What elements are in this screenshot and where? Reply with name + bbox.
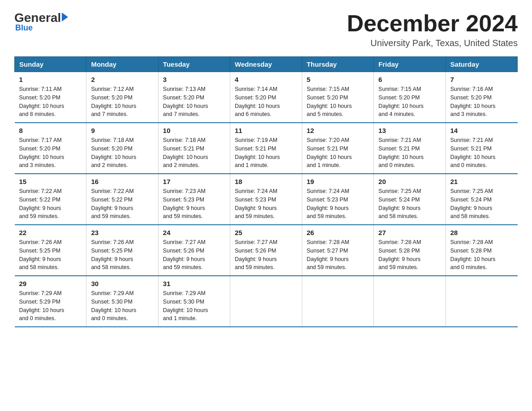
day-number: 29 <box>19 280 82 287</box>
day-info: Sunrise: 7:24 AM Sunset: 5:23 PM Dayligh… <box>307 187 369 221</box>
weekday-header-wednesday: Wednesday <box>230 57 302 72</box>
calendar-day-cell: 7Sunrise: 7:16 AM Sunset: 5:20 PM Daylig… <box>446 72 517 123</box>
calendar-day-cell: 30Sunrise: 7:29 AM Sunset: 5:30 PM Dayli… <box>86 276 158 327</box>
calendar-day-cell: 8Sunrise: 7:17 AM Sunset: 5:20 PM Daylig… <box>15 123 86 174</box>
day-info: Sunrise: 7:26 AM Sunset: 5:25 PM Dayligh… <box>91 238 153 272</box>
day-info: Sunrise: 7:11 AM Sunset: 5:20 PM Dayligh… <box>19 85 82 119</box>
day-number: 14 <box>450 127 513 134</box>
calendar-day-cell: 11Sunrise: 7:19 AM Sunset: 5:21 PM Dayli… <box>230 123 302 174</box>
day-info: Sunrise: 7:24 AM Sunset: 5:23 PM Dayligh… <box>235 187 297 221</box>
day-number: 11 <box>235 127 297 134</box>
day-number: 15 <box>19 178 82 185</box>
weekday-header-tuesday: Tuesday <box>158 57 230 72</box>
day-number: 30 <box>91 280 153 287</box>
day-number: 19 <box>307 178 369 185</box>
calendar-day-cell: 1Sunrise: 7:11 AM Sunset: 5:20 PM Daylig… <box>15 72 86 123</box>
day-number: 26 <box>307 229 369 236</box>
day-number: 3 <box>163 76 225 83</box>
calendar-day-cell: 25Sunrise: 7:27 AM Sunset: 5:26 PM Dayli… <box>230 225 302 276</box>
calendar-day-cell: 26Sunrise: 7:28 AM Sunset: 5:27 PM Dayli… <box>302 225 373 276</box>
day-number: 27 <box>378 229 441 236</box>
day-info: Sunrise: 7:18 AM Sunset: 5:20 PM Dayligh… <box>91 136 153 170</box>
calendar-day-cell: 23Sunrise: 7:26 AM Sunset: 5:25 PM Dayli… <box>86 225 158 276</box>
day-number: 18 <box>235 178 297 185</box>
day-number: 6 <box>378 76 441 83</box>
calendar-day-cell: 17Sunrise: 7:23 AM Sunset: 5:23 PM Dayli… <box>158 174 230 225</box>
calendar-day-cell: 15Sunrise: 7:22 AM Sunset: 5:22 PM Dayli… <box>15 174 86 225</box>
calendar-week-row: 8Sunrise: 7:17 AM Sunset: 5:20 PM Daylig… <box>15 123 518 174</box>
calendar-day-cell: 16Sunrise: 7:22 AM Sunset: 5:22 PM Dayli… <box>86 174 158 225</box>
day-info: Sunrise: 7:13 AM Sunset: 5:20 PM Dayligh… <box>163 85 225 119</box>
subtitle: University Park, Texas, United States <box>347 38 518 48</box>
day-info: Sunrise: 7:27 AM Sunset: 5:26 PM Dayligh… <box>235 238 297 272</box>
day-info: Sunrise: 7:28 AM Sunset: 5:27 PM Dayligh… <box>307 238 369 272</box>
day-number: 22 <box>19 229 82 236</box>
calendar-day-cell: 22Sunrise: 7:26 AM Sunset: 5:25 PM Dayli… <box>15 225 86 276</box>
calendar-day-cell: 14Sunrise: 7:21 AM Sunset: 5:21 PM Dayli… <box>446 123 517 174</box>
day-info: Sunrise: 7:21 AM Sunset: 5:21 PM Dayligh… <box>450 136 513 170</box>
day-info: Sunrise: 7:25 AM Sunset: 5:24 PM Dayligh… <box>378 187 441 221</box>
day-info: Sunrise: 7:23 AM Sunset: 5:23 PM Dayligh… <box>163 187 225 221</box>
weekday-header-row: SundayMondayTuesdayWednesdayThursdayFrid… <box>15 57 518 72</box>
weekday-header-saturday: Saturday <box>446 57 517 72</box>
calendar-table: SundayMondayTuesdayWednesdayThursdayFrid… <box>14 56 518 327</box>
calendar-week-row: 22Sunrise: 7:26 AM Sunset: 5:25 PM Dayli… <box>15 225 518 276</box>
day-info: Sunrise: 7:29 AM Sunset: 5:30 PM Dayligh… <box>91 289 153 323</box>
day-info: Sunrise: 7:28 AM Sunset: 5:28 PM Dayligh… <box>450 238 513 272</box>
logo-triangle-icon <box>62 13 68 21</box>
calendar-week-row: 1Sunrise: 7:11 AM Sunset: 5:20 PM Daylig… <box>15 72 518 123</box>
day-info: Sunrise: 7:15 AM Sunset: 5:20 PM Dayligh… <box>378 85 441 119</box>
calendar-day-cell: 3Sunrise: 7:13 AM Sunset: 5:20 PM Daylig… <box>158 72 230 123</box>
day-number: 25 <box>235 229 297 236</box>
calendar-day-cell <box>446 276 517 327</box>
day-number: 21 <box>450 178 513 185</box>
day-info: Sunrise: 7:27 AM Sunset: 5:26 PM Dayligh… <box>163 238 225 272</box>
calendar-day-cell: 29Sunrise: 7:29 AM Sunset: 5:29 PM Dayli… <box>15 276 86 327</box>
day-info: Sunrise: 7:15 AM Sunset: 5:20 PM Dayligh… <box>307 85 369 119</box>
calendar-day-cell: 9Sunrise: 7:18 AM Sunset: 5:20 PM Daylig… <box>86 123 158 174</box>
day-number: 7 <box>450 76 513 83</box>
day-info: Sunrise: 7:17 AM Sunset: 5:20 PM Dayligh… <box>19 136 82 170</box>
calendar-day-cell: 20Sunrise: 7:25 AM Sunset: 5:24 PM Dayli… <box>374 174 446 225</box>
day-info: Sunrise: 7:12 AM Sunset: 5:20 PM Dayligh… <box>91 85 153 119</box>
page-header: General Blue December 2024 University Pa… <box>14 11 518 48</box>
day-number: 9 <box>91 127 153 134</box>
weekday-header-thursday: Thursday <box>302 57 373 72</box>
day-number: 20 <box>378 178 441 185</box>
calendar-week-row: 15Sunrise: 7:22 AM Sunset: 5:22 PM Dayli… <box>15 174 518 225</box>
calendar-day-cell: 21Sunrise: 7:25 AM Sunset: 5:24 PM Dayli… <box>446 174 517 225</box>
day-number: 12 <box>307 127 369 134</box>
calendar-day-cell <box>230 276 302 327</box>
day-info: Sunrise: 7:29 AM Sunset: 5:30 PM Dayligh… <box>163 289 225 323</box>
day-number: 31 <box>163 280 225 287</box>
calendar-day-cell: 4Sunrise: 7:14 AM Sunset: 5:20 PM Daylig… <box>230 72 302 123</box>
calendar-day-cell: 6Sunrise: 7:15 AM Sunset: 5:20 PM Daylig… <box>374 72 446 123</box>
day-info: Sunrise: 7:18 AM Sunset: 5:21 PM Dayligh… <box>163 136 225 170</box>
day-info: Sunrise: 7:29 AM Sunset: 5:29 PM Dayligh… <box>19 289 82 323</box>
day-number: 17 <box>163 178 225 185</box>
weekday-header-monday: Monday <box>86 57 158 72</box>
calendar-day-cell: 19Sunrise: 7:24 AM Sunset: 5:23 PM Dayli… <box>302 174 373 225</box>
day-info: Sunrise: 7:20 AM Sunset: 5:21 PM Dayligh… <box>307 136 369 170</box>
day-info: Sunrise: 7:16 AM Sunset: 5:20 PM Dayligh… <box>450 85 513 119</box>
calendar-day-cell: 18Sunrise: 7:24 AM Sunset: 5:23 PM Dayli… <box>230 174 302 225</box>
calendar-day-cell: 24Sunrise: 7:27 AM Sunset: 5:26 PM Dayli… <box>158 225 230 276</box>
day-info: Sunrise: 7:22 AM Sunset: 5:22 PM Dayligh… <box>91 187 153 221</box>
calendar-week-row: 29Sunrise: 7:29 AM Sunset: 5:29 PM Dayli… <box>15 276 518 327</box>
day-info: Sunrise: 7:26 AM Sunset: 5:25 PM Dayligh… <box>19 238 82 272</box>
logo: General Blue <box>14 11 68 33</box>
calendar-day-cell: 10Sunrise: 7:18 AM Sunset: 5:21 PM Dayli… <box>158 123 230 174</box>
calendar-day-cell: 28Sunrise: 7:28 AM Sunset: 5:28 PM Dayli… <box>446 225 517 276</box>
calendar-day-cell: 12Sunrise: 7:20 AM Sunset: 5:21 PM Dayli… <box>302 123 373 174</box>
day-number: 5 <box>307 76 369 83</box>
day-number: 13 <box>378 127 441 134</box>
calendar-day-cell: 13Sunrise: 7:21 AM Sunset: 5:21 PM Dayli… <box>374 123 446 174</box>
day-info: Sunrise: 7:22 AM Sunset: 5:22 PM Dayligh… <box>19 187 82 221</box>
weekday-header-sunday: Sunday <box>15 57 86 72</box>
day-info: Sunrise: 7:25 AM Sunset: 5:24 PM Dayligh… <box>450 187 513 221</box>
weekday-header-friday: Friday <box>374 57 446 72</box>
title-section: December 2024 University Park, Texas, Un… <box>347 11 518 48</box>
day-number: 24 <box>163 229 225 236</box>
calendar-day-cell: 31Sunrise: 7:29 AM Sunset: 5:30 PM Dayli… <box>158 276 230 327</box>
main-title: December 2024 <box>347 11 518 36</box>
